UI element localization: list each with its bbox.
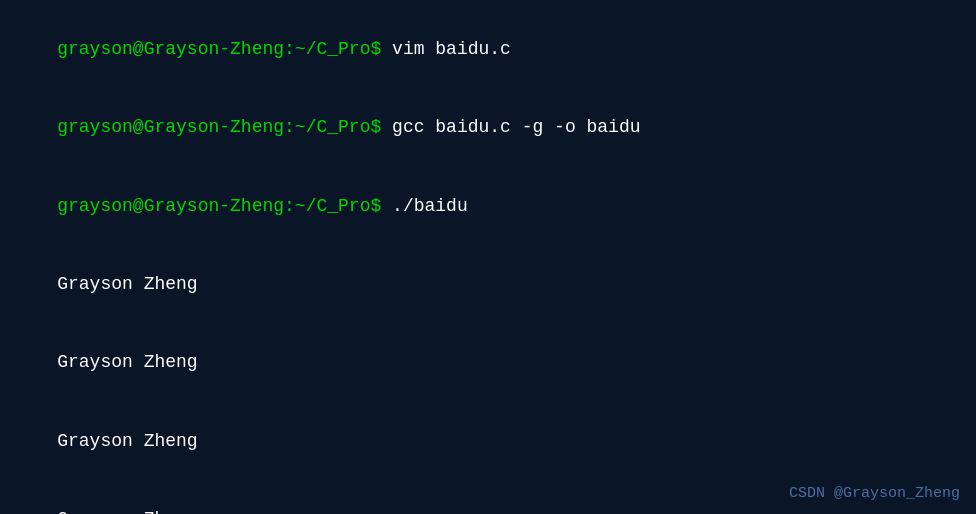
watermark: CSDN @Grayson_Zheng: [789, 485, 960, 502]
command-line-1: grayson@Grayson-Zheng:~/C_Pro$ vim baidu…: [14, 10, 962, 88]
cmd-3: ./baidu: [392, 196, 468, 216]
cmd-1: vim baidu.c: [392, 39, 511, 59]
prompt-3: grayson@Grayson-Zheng:~/C_Pro$: [57, 196, 392, 216]
command-line-2: grayson@Grayson-Zheng:~/C_Pro$ gcc baidu…: [14, 88, 962, 166]
output-line-1: Grayson Zheng: [14, 245, 962, 323]
terminal-window: grayson@Grayson-Zheng:~/C_Pro$ vim baidu…: [0, 0, 976, 514]
command-line-3: grayson@Grayson-Zheng:~/C_Pro$ ./baidu: [14, 167, 962, 245]
output-line-2: Grayson Zheng: [14, 323, 962, 401]
prompt-1: grayson@Grayson-Zheng:~/C_Pro$: [57, 39, 392, 59]
prompt-2: grayson@Grayson-Zheng:~/C_Pro$: [57, 117, 392, 137]
cmd-2: gcc baidu.c -g -o baidu: [392, 117, 640, 137]
output-line-3: Grayson Zheng: [14, 401, 962, 479]
